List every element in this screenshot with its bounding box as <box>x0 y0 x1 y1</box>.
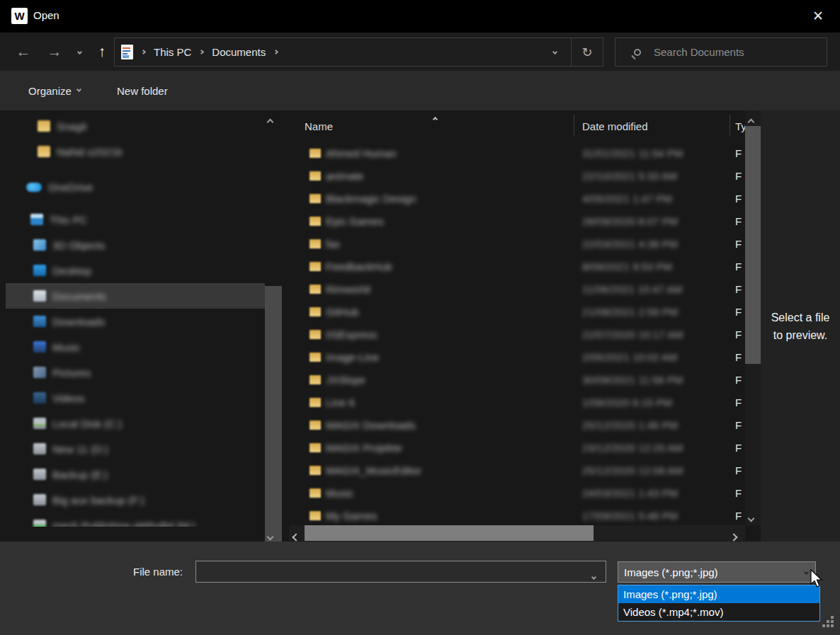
column-divider[interactable] <box>730 115 730 136</box>
address-bar[interactable]: This PC Documents ↻ <box>114 38 603 67</box>
column-divider[interactable] <box>574 115 574 136</box>
sidebar-scroll-down[interactable] <box>268 530 273 542</box>
sidebar-scroll-up[interactable] <box>268 115 273 127</box>
horizontal-scrollbar-thumb[interactable] <box>305 525 594 541</box>
table-row[interactable]: Epic Games28/09/2020 8:07 PMF <box>289 210 745 232</box>
title-bar: W Open ✕ <box>0 0 840 33</box>
table-row[interactable]: MAGIX Projekte23/12/2020 12:25 AMF <box>289 436 745 459</box>
chevron-down-icon <box>748 515 755 522</box>
file-name-cell: GitHub <box>326 306 359 318</box>
breadcrumb-documents[interactable]: Documents <box>212 46 266 58</box>
sidebar-item[interactable]: Pictures <box>6 360 265 385</box>
back-button[interactable]: ← <box>14 33 33 71</box>
type-cell: F <box>735 419 742 431</box>
column-header-type[interactable]: Ty <box>735 120 745 132</box>
breadcrumb-this-pc[interactable]: This PC <box>154 46 191 58</box>
sidebar-item[interactable]: Local Disk (C:) <box>6 411 265 436</box>
file-name-input[interactable] <box>195 561 606 583</box>
column-header-date-modified[interactable]: Date modified <box>582 120 648 132</box>
list-scroll-up[interactable] <box>749 115 754 127</box>
folder-icon <box>310 421 321 430</box>
table-row[interactable]: Image-Line2/05/2021 10:02 AMF <box>289 345 745 368</box>
folder-icon <box>310 375 321 384</box>
table-row[interactable]: Blackmagic Design4/05/2021 1:47 PMF <box>289 187 745 210</box>
file-name-history-chevron[interactable] <box>592 569 596 582</box>
breadcrumb-chevron-icon <box>273 50 278 55</box>
sidebar-item-label: Snagit <box>57 120 87 132</box>
table-row[interactable]: My Games17/09/2021 5:48 PMF <box>289 504 745 525</box>
drive-icon <box>33 469 46 480</box>
file-name-cell: Epic Games <box>326 215 384 227</box>
sidebar-item[interactable]: mech Publishing qWhyBd (M:) <box>6 513 265 527</box>
date-modified-cell: 22/10/2021 5:33 AM <box>582 170 677 182</box>
chevron-left-icon <box>292 533 300 541</box>
sidebar-item[interactable]: Documents <box>6 283 265 309</box>
file-type-dropdown[interactable]: Images (*.png;*.jpg) <box>618 561 816 583</box>
chevron-down-icon <box>552 50 557 55</box>
chevron-down-icon <box>76 49 81 54</box>
recent-locations-chevron[interactable] <box>72 33 86 71</box>
table-row[interactable]: GitHub21/08/2021 2:59 PMF <box>289 300 745 323</box>
sidebar-item[interactable]: 3D Objects <box>6 232 265 258</box>
sidebar-item-label: Backup (E:) <box>52 469 108 481</box>
list-scrollbar-thumb[interactable] <box>745 126 761 364</box>
table-row[interactable]: JXSlope30/08/2021 11:58 PMF <box>289 368 745 391</box>
new-folder-button[interactable]: New folder <box>117 71 168 110</box>
folder-icon <box>310 239 321 248</box>
sidebar-item[interactable]: Snagit <box>6 113 265 139</box>
drive-icon <box>33 443 46 454</box>
chevron-down-icon <box>76 86 81 91</box>
sidebar-item[interactable]: Backup (E:) <box>6 462 265 487</box>
table-row[interactable]: Line 61/09/2020 6:15 PMF <box>289 391 745 413</box>
date-modified-cell: 8/09/2021 9:53 PM <box>582 261 672 273</box>
file-name-cell: MAGIX Downloads <box>326 419 416 431</box>
new-folder-label: New folder <box>117 85 168 97</box>
sidebar-item-label: Pictures <box>52 367 91 379</box>
table-row[interactable]: FeedbackHub8/09/2021 9:53 PMF <box>289 255 745 278</box>
sidebar-item-label: Documents <box>52 290 106 302</box>
folder-icon <box>310 353 321 362</box>
main-content: SnagitNahid s2021bOneDriveThis PC3D Obje… <box>0 110 840 542</box>
date-modified-cell: 25/12/2020 1:46 PM <box>582 419 678 431</box>
list-scroll-down[interactable] <box>749 511 754 524</box>
table-row[interactable]: Ahmed Human31/01/2021 11:54 PMF <box>289 142 745 164</box>
sidebar-item[interactable]: New 11 (D:) <box>6 436 265 462</box>
folder-icon <box>310 488 321 498</box>
sidebar-item[interactable]: Videos <box>6 385 265 411</box>
refresh-button[interactable]: ↻ <box>571 38 603 66</box>
sidebar-item[interactable]: Music <box>6 334 265 360</box>
type-cell: F <box>735 261 742 273</box>
table-row[interactable]: Rimworld11/06/2021 10:47 AMF <box>289 278 745 300</box>
organize-button[interactable]: Organize <box>28 71 81 110</box>
resize-grip-icon[interactable] <box>822 616 836 630</box>
file-name-label: File name: <box>133 566 183 578</box>
search-input[interactable] <box>652 45 827 59</box>
sidebar-item[interactable]: Desktop <box>6 258 265 283</box>
column-header-name[interactable]: Name <box>305 120 333 132</box>
table-row[interactable]: Music24/03/2021 1:43 PMF <box>289 481 745 504</box>
address-dropdown-button[interactable] <box>539 38 571 66</box>
table-row[interactable]: MAGIX_MusicEditor25/12/2020 12:08 AMF <box>289 459 745 481</box>
table-row[interactable]: animate22/10/2021 5:33 AMF <box>289 164 745 187</box>
sidebar-item-label: Big aux backup (F:) <box>52 494 144 506</box>
file-type-option[interactable]: Images (*.png;*.jpg) <box>618 585 819 603</box>
forward-button[interactable]: → <box>45 33 64 71</box>
table-row[interactable]: IISExpress22/07/2020 10:17 AMF <box>289 323 745 345</box>
folder-icon <box>310 307 321 316</box>
sidebar-item-label: Nahid s2021b <box>57 146 123 158</box>
documents-icon <box>33 290 46 302</box>
chevron-down-icon <box>804 570 809 575</box>
sidebar-item[interactable]: Big aux backup (F:) <box>6 487 265 513</box>
sidebar-item[interactable]: Downloads <box>6 309 265 334</box>
sidebar-item[interactable]: This PC <box>6 207 265 232</box>
folder-icon <box>310 194 321 203</box>
date-modified-cell: 22/03/2021 4:38 PM <box>582 238 678 250</box>
sidebar-item[interactable]: OneDrive <box>6 174 265 200</box>
up-button[interactable]: ↑ <box>93 33 111 71</box>
sidebar-item[interactable]: Nahid s2021b <box>6 139 265 164</box>
close-icon[interactable]: ✕ <box>806 6 830 27</box>
table-row[interactable]: MAGIX Downloads25/12/2020 1:46 PMF <box>289 413 745 436</box>
table-row[interactable]: fax22/03/2021 4:38 PMF <box>289 232 745 255</box>
file-type-option[interactable]: Videos (*.mp4;*.mov) <box>618 603 819 621</box>
sidebar-item-label: Music <box>52 341 80 353</box>
